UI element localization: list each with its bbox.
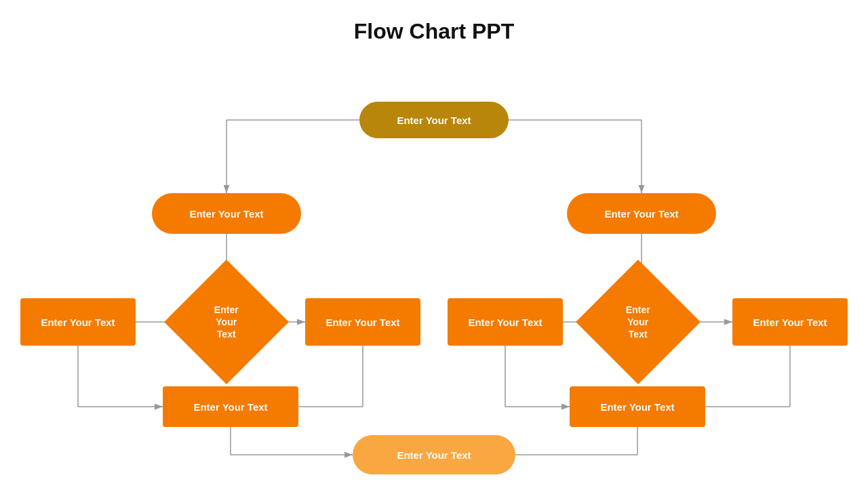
node-far-left[interactable]: Enter Your Text: [20, 298, 136, 346]
node-left-diamond[interactable]: Enter Your Text: [182, 278, 271, 366]
node-bottom-right[interactable]: Enter Your Text: [570, 386, 705, 427]
node-top-pill[interactable]: Enter Your Text: [359, 102, 509, 138]
node-center-left[interactable]: Enter Your Text: [305, 298, 420, 346]
node-bottom-left[interactable]: Enter Your Text: [163, 386, 298, 427]
node-left-pill[interactable]: Enter Your Text: [152, 193, 301, 234]
page-title: Flow Chart PPT: [0, 0, 868, 44]
page: Flow Chart PPT: [0, 0, 868, 488]
flowchart-area: Enter Your Text Enter Your Text Enter Yo…: [0, 61, 868, 481]
node-bottom-pill[interactable]: Enter Your Text: [353, 435, 515, 474]
node-right-diamond[interactable]: Enter Your Text: [594, 278, 682, 366]
node-right-pill[interactable]: Enter Your Text: [567, 193, 716, 234]
node-far-right[interactable]: Enter Your Text: [732, 298, 848, 346]
node-center-right[interactable]: Enter Your Text: [448, 298, 563, 346]
